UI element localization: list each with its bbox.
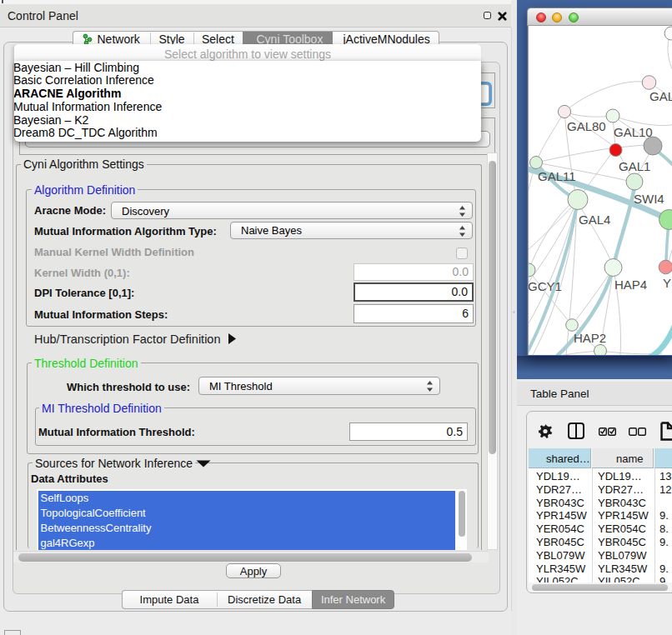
svg-text:HAP4: HAP4 xyxy=(614,278,647,292)
svg-text:GAL10: GAL10 xyxy=(614,125,653,139)
svg-text:Y: Y xyxy=(663,276,671,290)
svg-text:HAP2: HAP2 xyxy=(574,331,606,345)
svg-text:GAL4: GAL4 xyxy=(579,212,610,227)
svg-text:SWI4: SWI4 xyxy=(634,192,664,206)
svg-text:GAL: GAL xyxy=(649,89,672,103)
svg-text:GAL11: GAL11 xyxy=(538,169,576,183)
svg-text:GCY1: GCY1 xyxy=(529,279,562,293)
svg-text:GAL80: GAL80 xyxy=(567,119,606,133)
svg-text:GAL1: GAL1 xyxy=(619,159,650,173)
